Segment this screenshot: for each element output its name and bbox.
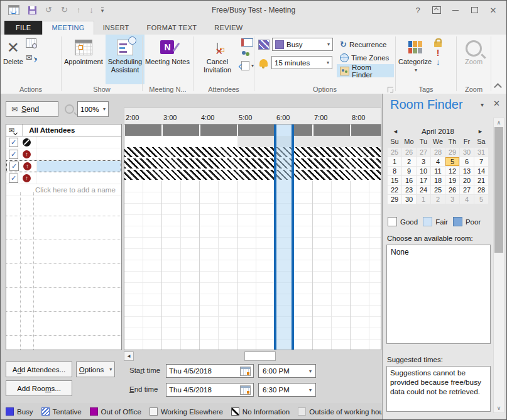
empty-attendee-rows[interactable] xyxy=(6,192,121,350)
calendar-day[interactable]: 20 xyxy=(460,176,474,185)
date-picker-icon[interactable] xyxy=(240,367,251,376)
add-attendees-button[interactable]: Add Attendees... xyxy=(6,362,72,377)
high-importance-icon[interactable]: ! xyxy=(437,49,440,57)
calendar-day-selected[interactable]: 5 xyxy=(445,157,459,166)
scroll-down-icon[interactable]: ∨ xyxy=(494,404,504,412)
low-importance-icon[interactable]: ↓ xyxy=(436,58,440,66)
tab-file[interactable]: FILE xyxy=(4,21,42,35)
previous-month-button[interactable]: ◄ xyxy=(388,128,403,135)
calendar-day[interactable]: 6 xyxy=(460,157,474,166)
calendar-day[interactable]: 28 xyxy=(431,148,445,157)
recurrence-button[interactable]: ↻ Recurrence xyxy=(337,38,394,51)
tab-insert[interactable]: INSERT xyxy=(94,21,138,35)
calendar-day[interactable]: 2 xyxy=(402,157,416,166)
customize-qat-button[interactable]: ▾ xyxy=(101,8,104,13)
calendar-day[interactable]: 9 xyxy=(402,167,416,175)
grid-horizontal-scrollbar[interactable]: ◄ xyxy=(124,351,381,362)
calendar-day[interactable]: 8 xyxy=(388,167,401,175)
calendar-day[interactable]: 14 xyxy=(474,167,488,175)
calendar-day[interactable]: 28 xyxy=(474,185,488,194)
room-finder-toggle[interactable]: Room Finder xyxy=(337,64,394,77)
selected-time-range[interactable] xyxy=(274,124,294,350)
panel-menu-caret-icon[interactable]: ▾ xyxy=(481,101,484,108)
categorize-button[interactable]: Categorize ▾ xyxy=(396,35,434,74)
room-finder-scrollbar[interactable]: ∧ ∨ xyxy=(493,118,504,413)
attendee-name[interactable] xyxy=(36,136,121,148)
reminder-select[interactable]: 15 minutes ▾ xyxy=(271,56,332,69)
meeting-notes-button[interactable]: N Meeting Notes xyxy=(143,35,192,66)
attendee-row[interactable]: ✓↑ xyxy=(6,148,121,160)
show-as-select[interactable]: Busy ▾ xyxy=(272,38,333,51)
calendar-day[interactable]: 15 xyxy=(388,176,401,185)
scroll-left-button[interactable]: ◄ xyxy=(124,351,134,361)
calendar-day[interactable]: 27 xyxy=(417,148,430,157)
calendar-day[interactable]: 26 xyxy=(445,185,459,194)
calendar-day[interactable]: 29 xyxy=(445,148,459,157)
redo-button[interactable]: ↻ xyxy=(61,5,68,15)
attendee-name[interactable] xyxy=(36,148,121,160)
calendar-day[interactable]: 25 xyxy=(431,185,445,194)
calendar-day[interactable]: 26 xyxy=(402,148,416,157)
free-busy-grid[interactable] xyxy=(124,124,381,350)
delete-button[interactable]: ✕ Delete xyxy=(1,35,26,66)
address-book-icon[interactable] xyxy=(241,38,253,47)
forward-button[interactable]: ✉▾ xyxy=(26,52,37,63)
end-date-field[interactable]: Thu 4/5/2018 xyxy=(166,383,254,397)
next-item-button[interactable]: ↓ xyxy=(89,5,94,15)
calendar-day[interactable]: 3 xyxy=(417,157,430,166)
room-list-item[interactable]: None xyxy=(387,245,490,257)
calendar-day[interactable]: 17 xyxy=(417,176,430,185)
start-time-select[interactable]: 6:00 PM▾ xyxy=(258,364,316,378)
calendar-day[interactable]: 4 xyxy=(460,195,474,204)
empty-attendee-row[interactable] xyxy=(6,312,121,336)
save-button[interactable] xyxy=(28,6,36,14)
calendar-day[interactable]: 30 xyxy=(402,195,416,204)
minimize-button[interactable] xyxy=(446,1,465,19)
empty-attendee-row[interactable] xyxy=(6,264,121,288)
appointment-button[interactable]: Appointment xyxy=(62,35,106,66)
calendar-day[interactable]: 22 xyxy=(388,185,401,194)
calendar-day[interactable]: 1 xyxy=(417,195,430,204)
attendee-row[interactable]: ✓↑ xyxy=(6,172,121,184)
scrollbar-thumb[interactable] xyxy=(244,351,276,361)
search-icon[interactable] xyxy=(65,104,74,114)
calendar-day[interactable]: 29 xyxy=(388,195,401,204)
attendee-checkbox[interactable]: ✓ xyxy=(9,150,18,159)
calendar-day[interactable]: 1 xyxy=(388,157,401,166)
empty-attendee-row[interactable] xyxy=(6,216,121,240)
calendar-day[interactable]: 13 xyxy=(460,167,474,175)
calendar-day[interactable]: 3 xyxy=(445,195,459,204)
maximize-button[interactable] xyxy=(465,1,484,19)
collapse-ribbon-button[interactable] xyxy=(491,35,505,94)
calendar-day[interactable]: 30 xyxy=(460,148,474,157)
attendee-row[interactable]: ✓ xyxy=(6,136,121,148)
calendar-day[interactable]: 16 xyxy=(402,176,416,185)
calendar-day[interactable]: 23 xyxy=(402,185,416,194)
tab-review[interactable]: REVIEW xyxy=(205,21,251,35)
app-window-icon[interactable] xyxy=(8,5,19,15)
next-month-button[interactable]: ► xyxy=(472,128,488,135)
date-picker-icon[interactable] xyxy=(240,385,251,395)
attendee-checkbox[interactable]: ✓ xyxy=(9,138,18,147)
attendee-checkbox[interactable]: ✓ xyxy=(9,174,18,183)
copy-to-calendar-icon[interactable] xyxy=(26,38,36,48)
send-button[interactable]: ✉ Send xyxy=(6,101,58,117)
grid-zoom-select[interactable]: 100% ▾ xyxy=(77,101,109,117)
calendar-day[interactable]: 19 xyxy=(445,176,459,185)
attendee-name[interactable] xyxy=(36,172,121,184)
ribbon-display-options-button[interactable] xyxy=(427,1,446,19)
calendar-day[interactable]: 27 xyxy=(460,185,474,194)
undo-button[interactable]: ↺ xyxy=(45,5,52,15)
start-date-field[interactable]: Thu 4/5/2018 xyxy=(166,364,254,378)
calendar-day[interactable]: 18 xyxy=(431,176,445,185)
scheduling-assistant-button[interactable]: Scheduling Assistant xyxy=(106,35,144,84)
add-rooms-button[interactable]: Add Rooms... xyxy=(6,380,72,396)
calendar-day[interactable]: 7 xyxy=(474,157,488,166)
panel-close-icon[interactable]: ✕ xyxy=(493,99,500,108)
close-button[interactable]: ✕ xyxy=(484,1,503,19)
empty-attendee-row[interactable] xyxy=(6,336,121,350)
attendee-checkbox[interactable]: ✓ xyxy=(9,162,19,171)
attendee-row[interactable]: ✓↑ xyxy=(6,160,121,172)
scroll-up-icon[interactable]: ∧ xyxy=(494,118,504,127)
attendee-name[interactable] xyxy=(36,161,121,172)
